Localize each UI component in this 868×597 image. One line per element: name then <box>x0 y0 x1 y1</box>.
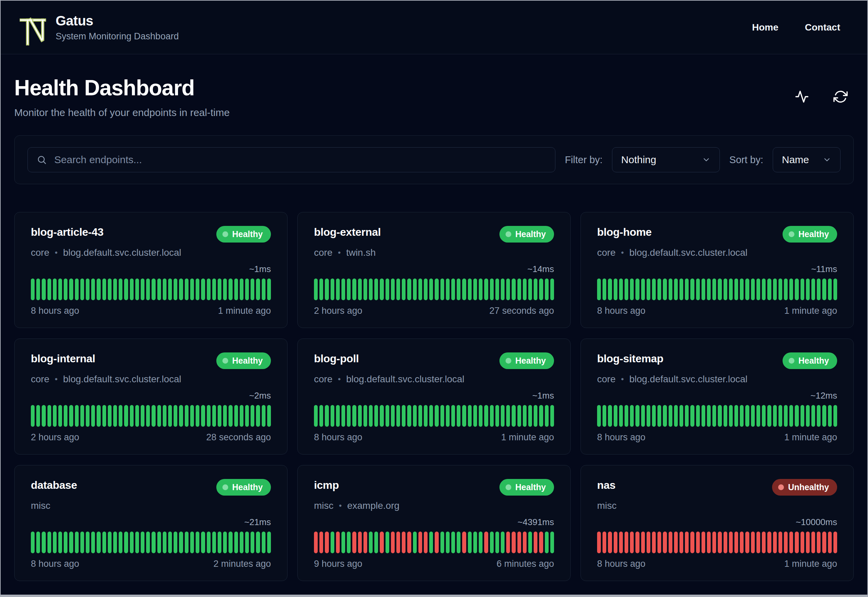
filter-select[interactable]: Nothing <box>612 147 720 172</box>
uptime-bar <box>473 532 477 553</box>
uptime-bar <box>603 405 606 427</box>
uptime-bar <box>113 278 117 300</box>
uptime-bar <box>647 532 650 553</box>
uptime-bar <box>97 532 100 553</box>
uptime-bar <box>141 278 144 300</box>
search-input[interactable] <box>54 154 546 166</box>
uptime-bar <box>330 278 334 300</box>
uptime-bar <box>380 278 384 300</box>
uptime-bar <box>479 278 483 300</box>
uptime-bar <box>130 278 133 300</box>
uptime-bar <box>630 532 634 553</box>
uptime-bar <box>352 405 356 427</box>
nav-link-home[interactable]: Home <box>752 22 779 33</box>
uptime-bar <box>658 532 661 553</box>
uptime-bar <box>173 278 177 300</box>
status-dot-icon <box>778 484 784 490</box>
uptime-bar <box>751 278 755 300</box>
uptime-bar <box>424 532 428 553</box>
uptime-bar <box>141 405 144 427</box>
uptime-bar <box>745 532 749 553</box>
uptime-bar <box>484 405 488 427</box>
uptime-bar <box>190 278 194 300</box>
uptime-bar <box>118 532 122 553</box>
uptime-bar <box>779 405 782 427</box>
uptime-bar <box>773 532 777 553</box>
uptime-bar <box>457 278 461 300</box>
uptime-bar <box>374 405 378 427</box>
search-box[interactable] <box>27 147 555 172</box>
meta-separator-icon: • <box>621 374 624 384</box>
uptime-bar <box>757 405 760 427</box>
uptime-bar <box>80 532 84 553</box>
sort-select[interactable]: Name <box>773 147 841 172</box>
uptime-bar <box>240 532 243 553</box>
uptime-bar <box>429 278 433 300</box>
uptime-bar <box>141 532 144 553</box>
uptime-bar <box>828 278 832 300</box>
endpoint-card[interactable]: blog-home Healthy core • blog.default.sv… <box>581 212 854 328</box>
uptime-bar <box>267 278 271 300</box>
uptime-bar <box>603 278 606 300</box>
uptime-bar <box>69 405 73 427</box>
uptime-bar <box>669 278 672 300</box>
status-badge: Healthy <box>782 352 837 369</box>
uptime-bar <box>245 405 249 427</box>
uptime-bar <box>319 532 323 553</box>
uptime-bar <box>751 405 755 427</box>
uptime-bar <box>674 278 678 300</box>
uptime-bar <box>652 278 656 300</box>
uptime-bar <box>724 405 727 427</box>
activity-icon[interactable] <box>795 89 809 104</box>
uptime-bar <box>402 278 406 300</box>
uptime-bar <box>314 405 318 427</box>
uptime-bar <box>391 405 395 427</box>
endpoint-card[interactable]: icmp Healthy misc • example.org ~4391ms … <box>297 465 571 581</box>
uptime-bar <box>647 278 650 300</box>
uptime-bar <box>446 278 450 300</box>
uptime-bar <box>729 405 733 427</box>
endpoint-card[interactable]: nas Unhealthy misc • ~10000ms 8 hours ag… <box>581 465 854 581</box>
endpoint-card[interactable]: blog-sitemap Healthy core • blog.default… <box>581 339 854 454</box>
status-dot-icon <box>505 484 511 490</box>
uptime-bar <box>696 405 700 427</box>
uptime-bar <box>347 278 351 300</box>
endpoint-card[interactable]: blog-internal Healthy core • blog.defaul… <box>14 339 287 454</box>
status-dot-icon <box>222 484 228 490</box>
uptime-chart: ~11ms <box>597 264 837 300</box>
chevron-down-icon <box>822 155 831 164</box>
uptime-bar <box>795 405 798 427</box>
uptime-bar <box>102 532 106 553</box>
uptime-chart: ~10000ms <box>597 517 837 553</box>
uptime-bar <box>385 278 389 300</box>
endpoint-card[interactable]: blog-external Healthy core • twin.sh ~14… <box>297 212 571 328</box>
uptime-bar <box>130 405 133 427</box>
refresh-icon[interactable] <box>833 89 848 104</box>
endpoint-card[interactable]: blog-article-43 Healthy core • blog.defa… <box>14 212 287 328</box>
history-start-time: 9 hours ago <box>314 559 363 569</box>
uptime-bar <box>512 532 515 553</box>
uptime-bar <box>336 405 340 427</box>
uptime-bar <box>31 278 35 300</box>
uptime-bar <box>652 532 656 553</box>
uptime-bar <box>635 405 639 427</box>
endpoint-card[interactable]: blog-poll Healthy core • blog.default.sv… <box>297 339 571 454</box>
uptime-bar <box>385 532 389 553</box>
uptime-bar <box>58 278 62 300</box>
uptime-bar <box>429 532 433 553</box>
nav-link-contact[interactable]: Contact <box>805 22 840 33</box>
uptime-bar <box>534 405 538 427</box>
uptime-bar <box>757 532 760 553</box>
uptime-bar <box>451 278 455 300</box>
uptime-bar <box>685 405 689 427</box>
uptime-bar <box>240 405 243 427</box>
uptime-bar <box>135 532 139 553</box>
uptime-bar <box>218 278 221 300</box>
uptime-bar <box>86 532 89 553</box>
endpoint-host: blog.default.svc.cluster.local <box>629 247 748 258</box>
endpoint-group: misc <box>314 500 334 511</box>
uptime-bar <box>256 405 260 427</box>
uptime-bar <box>418 405 422 427</box>
uptime-bar <box>240 278 243 300</box>
endpoint-card[interactable]: database Healthy misc • ~21ms 8 hours ag… <box>14 465 287 581</box>
